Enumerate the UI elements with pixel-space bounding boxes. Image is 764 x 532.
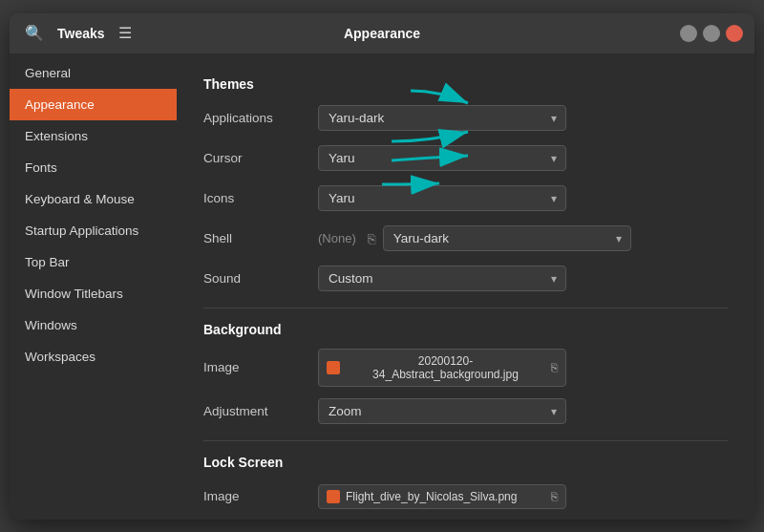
lock-image-row: Image Flight_dive_by_Nicolas_Silva.png ⎘	[203, 481, 728, 512]
sidebar: General Appearance Extensions Fonts Keyb…	[10, 53, 177, 520]
icons-dropdown[interactable]: Yaru	[318, 185, 566, 211]
applications-label: Applications	[203, 111, 318, 125]
applications-dropdown-wrapper[interactable]: Yaru-dark	[318, 105, 566, 131]
bg-adjustment-value-wrapper: Zoom	[318, 398, 728, 424]
minimize-button[interactable]: −	[680, 25, 697, 42]
shell-none-text: (None)	[318, 231, 356, 245]
sidebar-item-appearance[interactable]: Appearance	[10, 89, 177, 120]
cursor-label: Cursor	[203, 151, 318, 165]
divider-1	[203, 308, 728, 309]
icons-row: Icons Yaru	[203, 183, 728, 214]
maximize-button[interactable]: □	[703, 25, 720, 42]
cursor-row: Cursor Yaru	[203, 143, 728, 174]
sidebar-item-general[interactable]: General	[10, 57, 177, 89]
content-area: General Appearance Extensions Fonts Keyb…	[10, 53, 754, 520]
sidebar-item-workspaces[interactable]: Workspaces	[10, 341, 177, 372]
sound-value-wrapper: Custom	[318, 266, 728, 291]
cursor-dropdown[interactable]: Yaru	[318, 145, 566, 171]
icons-value-wrapper: Yaru	[318, 185, 728, 211]
window-controls: − □ ✕	[680, 25, 743, 42]
bg-image-folder-icon: ⎘	[551, 361, 558, 374]
icons-dropdown-wrapper[interactable]: Yaru	[318, 185, 566, 211]
lock-image-value-wrapper: Flight_dive_by_Nicolas_Silva.png ⎘	[318, 484, 728, 509]
titlebar-left: 🔍 Tweaks ☰	[21, 20, 136, 46]
sound-row: Sound Custom	[203, 264, 728, 294]
applications-row: Applications Yaru-dark	[203, 103, 728, 134]
sidebar-item-extensions[interactable]: Extensions	[10, 120, 177, 152]
sound-dropdown-wrapper[interactable]: Custom	[318, 266, 566, 291]
sidebar-item-fonts[interactable]: Fonts	[10, 152, 177, 183]
sidebar-item-top-bar[interactable]: Top Bar	[10, 246, 177, 278]
lock-image-label: Image	[203, 489, 318, 503]
applications-dropdown[interactable]: Yaru-dark	[318, 105, 566, 131]
shell-label: Shell	[203, 231, 318, 245]
bg-adjustment-dropdown-wrapper[interactable]: Zoom	[318, 398, 566, 424]
background-section-title: Background	[203, 322, 728, 337]
shell-copy-icon[interactable]: ⎘	[368, 231, 375, 246]
divider-2	[203, 440, 728, 441]
bg-adjustment-label: Adjustment	[203, 404, 318, 418]
lock-image-button[interactable]: Flight_dive_by_Nicolas_Silva.png ⎘	[318, 484, 566, 509]
main-window: 🔍 Tweaks ☰ Appearance − □ ✕ General Appe…	[10, 13, 754, 520]
shell-value-wrapper: (None) ⎘ Yaru-dark	[318, 225, 728, 251]
sidebar-item-keyboard-mouse[interactable]: Keyboard & Mouse	[10, 183, 177, 215]
sidebar-item-startup-applications[interactable]: Startup Applications	[10, 215, 177, 246]
sidebar-item-windows[interactable]: Windows	[10, 309, 177, 341]
sidebar-item-window-titlebars[interactable]: Window Titlebars	[10, 278, 177, 309]
shell-dropdown[interactable]: Yaru-dark	[383, 225, 631, 251]
close-button[interactable]: ✕	[726, 25, 743, 42]
cursor-dropdown-wrapper[interactable]: Yaru	[318, 145, 566, 171]
sound-dropdown[interactable]: Custom	[318, 266, 566, 291]
window-title: Appearance	[344, 26, 420, 41]
titlebar: 🔍 Tweaks ☰ Appearance − □ ✕	[10, 13, 754, 53]
search-button[interactable]: 🔍	[21, 20, 48, 46]
bg-adjustment-dropdown[interactable]: Zoom	[318, 398, 566, 424]
lock-image-folder-icon: ⎘	[551, 490, 558, 503]
icons-label: Icons	[203, 191, 318, 205]
app-name: Tweaks	[57, 26, 105, 41]
lock-section-title: Lock Screen	[203, 455, 728, 470]
bg-image-button[interactable]: 20200120-34_Abstract_background.jpg ⎘	[318, 349, 566, 387]
sound-label: Sound	[203, 271, 318, 286]
bg-image-filename: 20200120-34_Abstract_background.jpg	[346, 354, 545, 381]
bg-image-icon	[327, 361, 340, 374]
themes-section-title: Themes	[203, 76, 728, 92]
bg-image-value-wrapper: 20200120-34_Abstract_background.jpg ⎘	[318, 349, 728, 387]
cursor-value-wrapper: Yaru	[318, 145, 728, 171]
lock-image-icon	[327, 490, 340, 503]
bg-image-row: Image 20200120-34_Abstract_background.jp…	[203, 349, 728, 387]
main-panel: Themes Applications Yaru-dark Cursor	[177, 53, 754, 520]
shell-row: Shell (None) ⎘ Yaru-dark	[203, 223, 728, 254]
bg-image-label: Image	[203, 360, 318, 374]
bg-adjustment-row: Adjustment Zoom	[203, 396, 728, 427]
lock-image-filename: Flight_dive_by_Nicolas_Silva.png	[346, 490, 517, 503]
applications-value-wrapper: Yaru-dark	[318, 105, 728, 131]
menu-button[interactable]: ☰	[115, 20, 136, 46]
shell-dropdown-wrapper[interactable]: Yaru-dark	[383, 225, 631, 251]
